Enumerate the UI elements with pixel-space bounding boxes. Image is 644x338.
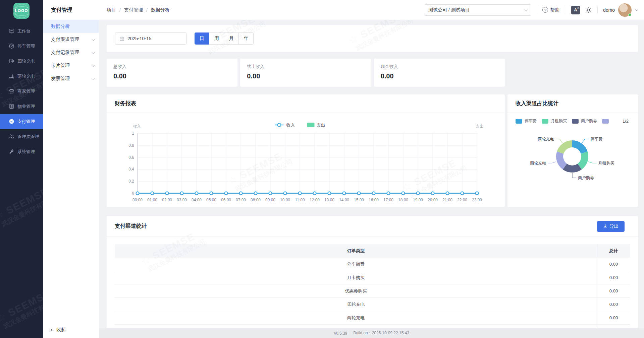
export-button[interactable]: 导出 xyxy=(597,221,625,232)
svg-text:18:00: 18:00 xyxy=(398,198,408,202)
collapse-left-icon xyxy=(49,328,54,333)
stat-card-cash-income: 现金收入 0.00 xyxy=(374,59,505,87)
svg-text:12:00: 12:00 xyxy=(310,198,320,202)
submenu-item-invoices[interactable]: 发票管理 xyxy=(43,72,99,85)
sidebar-item-payment[interactable]: 支付管理 xyxy=(0,114,43,129)
sidebar-item-label: 停车管理 xyxy=(17,43,35,49)
export-label: 导出 xyxy=(609,223,619,229)
svg-text:22:00: 22:00 xyxy=(457,198,467,202)
users-icon xyxy=(8,134,14,140)
svg-text:0.4: 0.4 xyxy=(128,167,134,172)
chevron-down-icon xyxy=(635,8,638,11)
avatar xyxy=(618,3,632,17)
table-row[interactable]: 停车缴费 0.00 xyxy=(115,258,630,271)
breadcrumb-project[interactable]: 项目 xyxy=(107,7,116,13)
svg-text:17:00: 17:00 xyxy=(383,198,393,202)
donut-legend: 停车费 月租购买 商户购券 1/2 xyxy=(507,113,638,124)
svg-text:收入: 收入 xyxy=(286,123,295,128)
online-status-dot xyxy=(628,13,631,16)
sidebar-item-bike-charging[interactable]: 两轮充电 xyxy=(0,69,43,84)
sidebar-item-label: 两轮充电 xyxy=(17,73,35,79)
legend-pagination[interactable]: 1/2 xyxy=(623,119,629,124)
top-header: 项目 / 支付管理 / 数据分析 测试公司 / 测试项目 ? 帮助 A 文 xyxy=(99,0,644,20)
channel-card-header: 收入渠道占比统计 xyxy=(507,94,638,113)
submenu-item-cards[interactable]: 卡片管理 xyxy=(43,59,99,72)
chevron-down-icon xyxy=(524,7,528,11)
theme-brightness-icon[interactable] xyxy=(585,7,592,13)
legend-swatch-merchant[interactable] xyxy=(572,119,579,124)
project-select-value: 测试公司 / 测试项目 xyxy=(428,7,470,13)
main-area: 项目 / 支付管理 / 数据分析 测试公司 / 测试项目 ? 帮助 A 文 xyxy=(99,0,644,338)
sidebar-item-system[interactable]: 系统管理 xyxy=(0,144,43,159)
stat-card-total-income: 总收入 0.00 xyxy=(107,59,237,87)
legend-swatch-car-charging[interactable] xyxy=(602,119,609,124)
legend-label[interactable]: 商户购券 xyxy=(581,118,597,124)
sidebar-item-admins[interactable]: 管理员管理 xyxy=(0,129,43,144)
app-logo[interactable]: LOGO xyxy=(13,3,30,19)
sidebar-item-car-charging[interactable]: 四轮充电 xyxy=(0,54,43,69)
svg-text:0.8: 0.8 xyxy=(128,143,134,148)
dashboard-icon xyxy=(8,28,14,34)
tab-day[interactable]: 日 xyxy=(195,32,209,45)
svg-text:20:00: 20:00 xyxy=(428,198,438,202)
help-button[interactable]: ? 帮助 xyxy=(542,7,559,13)
language-toggle-icon[interactable]: A 文 xyxy=(571,6,580,14)
svg-text:03:00: 03:00 xyxy=(177,198,187,202)
range-tab-group: 日 周 月 年 xyxy=(195,32,254,45)
svg-text:04:00: 04:00 xyxy=(192,198,202,202)
tab-week[interactable]: 周 xyxy=(209,32,224,45)
breadcrumb-current: 数据分析 xyxy=(151,7,170,13)
sidebar-item-workbench[interactable]: 工作台 xyxy=(0,23,43,39)
legend-swatch-monthly[interactable] xyxy=(542,119,548,124)
table-row[interactable]: 优惠券购买 0.00 xyxy=(115,284,630,298)
svg-text:09:00: 09:00 xyxy=(265,198,275,202)
sidebar-item-label: 工作台 xyxy=(17,28,31,34)
sidebar-item-parking[interactable]: 停车管理 xyxy=(0,39,43,54)
svg-text:21:00: 21:00 xyxy=(442,198,452,202)
sidebar-item-merchant[interactable]: 商家管理 xyxy=(0,84,43,99)
sidebar-item-property[interactable]: 物业管理 xyxy=(0,99,43,114)
svg-text:1: 1 xyxy=(132,131,134,136)
divider xyxy=(537,6,537,14)
submenu-item-pay-channels[interactable]: 支付渠道管理 xyxy=(43,33,99,46)
table-row[interactable]: 月卡购买 0.00 xyxy=(115,271,630,284)
scooter-icon xyxy=(8,73,14,79)
charts-row: 财务报表 00.20.40.60.8100:0001:0002:0003:000… xyxy=(107,94,638,207)
table-header-row: 订单类型 总计 xyxy=(115,244,630,258)
svg-text:月租购买: 月租购买 xyxy=(598,161,614,165)
submenu-item-data-analysis[interactable]: 数据分析 xyxy=(43,20,99,33)
tab-month[interactable]: 月 xyxy=(224,32,239,45)
svg-text:16:00: 16:00 xyxy=(369,198,379,202)
submenu-item-label: 支付记录管理 xyxy=(51,50,79,56)
legend-swatch-parking[interactable] xyxy=(516,119,522,124)
project-select[interactable]: 测试公司 / 测试项目 xyxy=(424,4,531,16)
breadcrumb-payment[interactable]: 支付管理 xyxy=(124,7,143,13)
secondary-sidebar: 支付管理 数据分析 支付渠道管理 支付记录管理 卡片管理 发票管理 收起 xyxy=(43,0,99,338)
chevron-down-icon xyxy=(92,63,95,67)
svg-text:支出: 支出 xyxy=(476,124,484,129)
income-channel-card: 收入渠道占比统计 停车费 月租购买 商户购券 1/2 停车费月租购买商户购券四轮… xyxy=(507,94,638,207)
sidebar-item-label: 四轮充电 xyxy=(17,58,35,64)
submenu-title: 支付管理 xyxy=(43,0,99,20)
table-row-clipped[interactable] xyxy=(115,325,630,328)
breadcrumb-separator: / xyxy=(119,7,121,13)
submenu-item-pay-records[interactable]: 支付记录管理 xyxy=(43,46,99,59)
table-row[interactable]: 四轮充电 0.00 xyxy=(115,298,630,311)
tab-year[interactable]: 年 xyxy=(239,32,254,45)
table-row[interactable]: 两轮充电 0.00 xyxy=(115,311,630,325)
collapse-sidebar-button[interactable]: 收起 xyxy=(43,322,99,338)
legend-label[interactable]: 停车费 xyxy=(525,118,537,124)
svg-text:06:00: 06:00 xyxy=(221,198,231,202)
date-picker[interactable]: 2025-10-15 xyxy=(115,32,187,45)
svg-text:08:00: 08:00 xyxy=(251,198,261,202)
svg-text:13:00: 13:00 xyxy=(324,198,334,202)
svg-text:10:00: 10:00 xyxy=(280,198,290,202)
sidebar-item-label: 支付管理 xyxy=(17,119,35,125)
svg-text:四轮充电: 四轮充电 xyxy=(530,161,546,165)
svg-text:23:00: 23:00 xyxy=(472,198,482,202)
help-label: 帮助 xyxy=(550,7,559,13)
chevron-down-icon xyxy=(92,50,95,54)
user-menu[interactable]: demo xyxy=(603,3,637,17)
breadcrumb-separator: / xyxy=(146,7,148,13)
legend-label[interactable]: 月租购买 xyxy=(551,118,567,124)
